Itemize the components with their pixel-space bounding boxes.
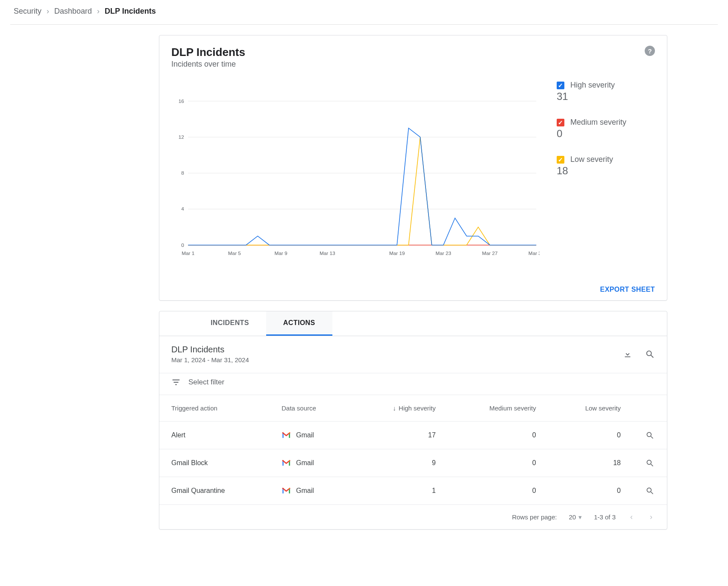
svg-point-20 <box>647 432 651 437</box>
cell-source: Gmail <box>270 477 353 505</box>
col-low-severity[interactable]: Low severity <box>548 395 633 422</box>
sort-desc-icon: ↓ <box>393 404 396 412</box>
legend-label: Medium severity <box>570 118 626 127</box>
line-chart: 0481216Mar 1Mar 5Mar 9Mar 13Mar 19Mar 23… <box>171 76 540 281</box>
legend-value: 18 <box>557 165 655 177</box>
legend-value: 31 <box>557 91 655 103</box>
table-row: Alert Gmail 17 0 0 <box>159 422 667 449</box>
cell-high: 1 <box>353 477 448 505</box>
cell-medium: 0 <box>448 422 548 449</box>
svg-point-18 <box>647 351 652 356</box>
cell-action: Gmail Quarantine <box>159 477 270 505</box>
filter-icon <box>171 378 181 387</box>
prev-page-button[interactable]: ‹ <box>628 513 635 522</box>
svg-text:Mar 9: Mar 9 <box>274 250 287 256</box>
panel-date-range: Mar 1, 2024 - Mar 31, 2024 <box>171 356 249 363</box>
svg-line-23 <box>651 464 653 466</box>
svg-text:Mar 23: Mar 23 <box>436 250 452 256</box>
cell-medium: 0 <box>448 477 548 505</box>
page-range: 1-3 of 3 <box>594 513 616 521</box>
cell-low: 18 <box>548 449 633 477</box>
svg-text:Mar 19: Mar 19 <box>389 250 405 256</box>
breadcrumb-item-security[interactable]: Security <box>14 7 41 16</box>
svg-text:12: 12 <box>179 134 184 140</box>
svg-line-25 <box>651 492 653 494</box>
chart-title: DLP Incidents <box>171 46 245 59</box>
breadcrumb-item-dashboard[interactable]: Dashboard <box>54 7 92 16</box>
svg-text:Mar 27: Mar 27 <box>482 250 498 256</box>
chevron-right-icon: › <box>47 7 49 16</box>
tab-incidents[interactable]: INCIDENTS <box>194 311 266 336</box>
export-sheet-button[interactable]: EXPORT SHEET <box>600 286 655 293</box>
table-row: Gmail Quarantine Gmail 1 0 0 <box>159 477 667 505</box>
svg-text:Mar 13: Mar 13 <box>320 250 335 256</box>
svg-text:Mar 1: Mar 1 <box>182 250 194 256</box>
tab-actions[interactable]: ACTIONS <box>266 311 332 336</box>
svg-line-19 <box>651 355 654 358</box>
svg-text:16: 16 <box>179 98 185 104</box>
gmail-icon <box>282 432 291 439</box>
chevron-right-icon: › <box>97 7 100 16</box>
help-icon[interactable]: ? <box>645 46 655 56</box>
breadcrumb: Security › Dashboard › DLP Incidents <box>10 0 718 25</box>
cell-source: Gmail <box>270 449 353 477</box>
cell-action: Gmail Block <box>159 449 270 477</box>
col-high-severity[interactable]: ↓High severity <box>353 395 448 422</box>
gmail-icon <box>282 460 291 466</box>
cell-high: 17 <box>353 422 448 449</box>
pagination: Rows per page: 20 ▾ 1-3 of 3 ‹ › <box>159 505 667 529</box>
breadcrumb-item-current: DLP Incidents <box>105 7 156 16</box>
row-search-icon[interactable] <box>645 430 655 440</box>
rows-per-page-select[interactable]: 20 ▾ <box>569 513 582 521</box>
gmail-icon <box>282 487 291 494</box>
actions-card: INCIDENTSACTIONS DLP Incidents Mar 1, 20… <box>159 311 667 530</box>
svg-line-21 <box>651 437 653 439</box>
chart-legend: ✓ High severity 31 ✓ Medium severity 0 ✓… <box>557 76 655 281</box>
actions-table: Triggered action Data source ↓High sever… <box>159 395 667 505</box>
svg-text:8: 8 <box>181 170 184 176</box>
download-icon[interactable] <box>622 349 633 359</box>
svg-text:0: 0 <box>181 242 184 248</box>
svg-point-24 <box>647 488 651 492</box>
cell-action: Alert <box>159 422 270 449</box>
svg-text:Mar 5: Mar 5 <box>228 250 241 256</box>
legend-label: High severity <box>570 81 615 90</box>
col-triggered-action[interactable]: Triggered action <box>159 395 270 422</box>
rows-per-page-label: Rows per page: <box>512 513 557 521</box>
filter-row[interactable]: Select filter <box>159 373 667 395</box>
chart-card: DLP Incidents Incidents over time ? 0481… <box>159 35 667 301</box>
legend-toggle-0[interactable]: ✓ <box>557 82 564 89</box>
legend-toggle-1[interactable]: ✓ <box>557 119 564 126</box>
cell-source: Gmail <box>270 422 353 449</box>
svg-point-22 <box>647 460 651 464</box>
legend-label: Low severity <box>570 155 613 164</box>
panel-title: DLP Incidents <box>171 345 249 355</box>
legend-value: 0 <box>557 128 655 140</box>
filter-placeholder: Select filter <box>188 378 224 387</box>
chart-subtitle: Incidents over time <box>171 60 245 69</box>
svg-text:Mar 31: Mar 31 <box>528 250 540 256</box>
next-page-button[interactable]: › <box>647 513 655 522</box>
cell-medium: 0 <box>448 449 548 477</box>
legend-toggle-2[interactable]: ✓ <box>557 156 564 164</box>
col-medium-severity[interactable]: Medium severity <box>448 395 548 422</box>
cell-low: 0 <box>548 422 633 449</box>
table-row: Gmail Block Gmail 9 0 18 <box>159 449 667 477</box>
tabs: INCIDENTSACTIONS <box>159 311 667 336</box>
cell-low: 0 <box>548 477 633 505</box>
row-search-icon[interactable] <box>645 486 655 496</box>
svg-text:4: 4 <box>181 206 184 211</box>
chevron-down-icon: ▾ <box>578 513 582 521</box>
row-search-icon[interactable] <box>645 458 655 468</box>
search-icon[interactable] <box>645 349 655 359</box>
cell-high: 9 <box>353 449 448 477</box>
col-data-source[interactable]: Data source <box>270 395 353 422</box>
